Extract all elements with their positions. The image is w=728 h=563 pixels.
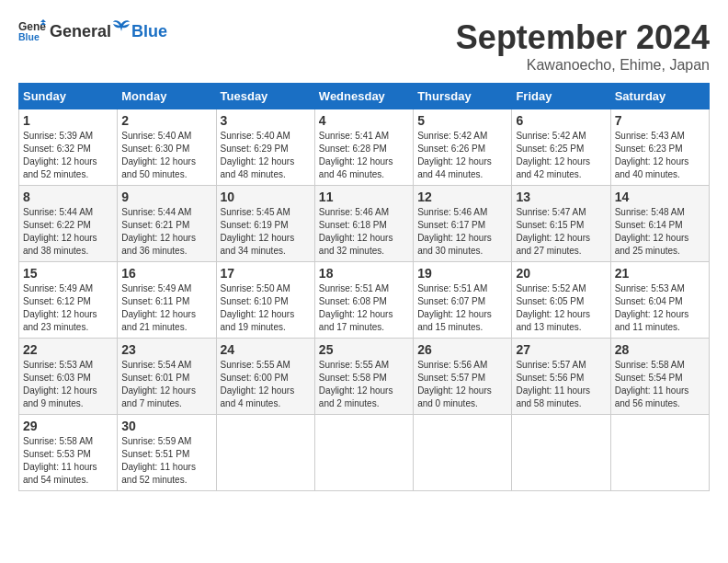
day-number: 11 xyxy=(319,190,409,204)
calendar-cell xyxy=(610,415,709,491)
calendar-table: SundayMondayTuesdayWednesdayThursdayFrid… xyxy=(18,83,710,491)
day-number: 14 xyxy=(615,190,705,204)
day-info: Sunrise: 5:57 AMSunset: 5:56 PMDaylight:… xyxy=(516,359,606,410)
month-title: September 2024 xyxy=(456,18,710,57)
day-header-friday: Friday xyxy=(512,84,610,109)
day-info: Sunrise: 5:41 AMSunset: 6:28 PMDaylight:… xyxy=(319,130,409,181)
calendar-cell: 24Sunrise: 5:55 AMSunset: 6:00 PMDayligh… xyxy=(216,339,314,415)
day-number: 19 xyxy=(417,266,507,281)
day-header-monday: Monday xyxy=(118,84,216,109)
day-info: Sunrise: 5:49 AMSunset: 6:11 PMDaylight:… xyxy=(121,282,211,334)
day-info: Sunrise: 5:53 AMSunset: 6:03 PMDaylight:… xyxy=(23,359,113,410)
day-number: 2 xyxy=(121,113,211,128)
calendar-cell: 7Sunrise: 5:43 AMSunset: 6:23 PMDaylight… xyxy=(610,109,709,186)
calendar-cell: 25Sunrise: 5:55 AMSunset: 5:58 PMDayligh… xyxy=(314,339,413,415)
day-number: 1 xyxy=(23,113,113,128)
day-number: 7 xyxy=(615,113,705,128)
day-info: Sunrise: 5:55 AMSunset: 5:58 PMDaylight:… xyxy=(319,359,409,410)
day-number: 21 xyxy=(615,266,705,281)
day-number: 9 xyxy=(121,190,211,204)
day-info: Sunrise: 5:51 AMSunset: 6:07 PMDaylight:… xyxy=(417,282,507,334)
day-info: Sunrise: 5:48 AMSunset: 6:14 PMDaylight:… xyxy=(615,206,705,258)
day-number: 25 xyxy=(319,342,409,357)
day-number: 5 xyxy=(417,113,507,128)
calendar-cell: 30Sunrise: 5:59 AMSunset: 5:51 PMDayligh… xyxy=(118,415,216,491)
day-info: Sunrise: 5:40 AMSunset: 6:29 PMDaylight:… xyxy=(221,130,311,181)
calendar-week-5: 29Sunrise: 5:58 AMSunset: 5:53 PMDayligh… xyxy=(19,415,710,491)
calendar-week-3: 15Sunrise: 5:49 AMSunset: 6:12 PMDayligh… xyxy=(19,262,710,339)
calendar-cell: 22Sunrise: 5:53 AMSunset: 6:03 PMDayligh… xyxy=(19,339,118,415)
day-number: 10 xyxy=(221,190,311,204)
day-info: Sunrise: 5:59 AMSunset: 5:51 PMDaylight:… xyxy=(121,435,211,487)
day-info: Sunrise: 5:46 AMSunset: 6:18 PMDaylight:… xyxy=(319,206,409,258)
calendar-cell: 5Sunrise: 5:42 AMSunset: 6:26 PMDaylight… xyxy=(414,109,512,186)
calendar-cell: 2Sunrise: 5:40 AMSunset: 6:30 PMDaylight… xyxy=(118,109,216,186)
day-number: 23 xyxy=(121,342,211,357)
day-info: Sunrise: 5:44 AMSunset: 6:22 PMDaylight:… xyxy=(23,206,113,258)
calendar-cell: 18Sunrise: 5:51 AMSunset: 6:08 PMDayligh… xyxy=(314,262,413,339)
day-info: Sunrise: 5:45 AMSunset: 6:19 PMDaylight:… xyxy=(221,206,311,258)
calendar-week-4: 22Sunrise: 5:53 AMSunset: 6:03 PMDayligh… xyxy=(19,339,710,415)
day-info: Sunrise: 5:56 AMSunset: 5:57 PMDaylight:… xyxy=(417,359,507,410)
calendar-cell: 23Sunrise: 5:54 AMSunset: 6:01 PMDayligh… xyxy=(118,339,216,415)
day-info: Sunrise: 5:44 AMSunset: 6:21 PMDaylight:… xyxy=(121,206,211,258)
location-title: Kawanoecho, Ehime, Japan xyxy=(456,57,710,74)
calendar-cell: 8Sunrise: 5:44 AMSunset: 6:22 PMDaylight… xyxy=(19,186,118,262)
calendar-cell: 11Sunrise: 5:46 AMSunset: 6:18 PMDayligh… xyxy=(314,186,413,262)
day-number: 13 xyxy=(516,190,606,204)
day-header-thursday: Thursday xyxy=(414,84,512,109)
day-info: Sunrise: 5:42 AMSunset: 6:25 PMDaylight:… xyxy=(516,130,606,181)
calendar-cell xyxy=(216,415,314,491)
calendar-week-2: 8Sunrise: 5:44 AMSunset: 6:22 PMDaylight… xyxy=(19,186,710,262)
calendar-cell: 27Sunrise: 5:57 AMSunset: 5:56 PMDayligh… xyxy=(512,339,610,415)
day-info: Sunrise: 5:58 AMSunset: 5:53 PMDaylight:… xyxy=(23,435,113,487)
calendar-cell: 28Sunrise: 5:58 AMSunset: 5:54 PMDayligh… xyxy=(610,339,709,415)
calendar-cell: 4Sunrise: 5:41 AMSunset: 6:28 PMDaylight… xyxy=(314,109,413,186)
day-info: Sunrise: 5:47 AMSunset: 6:15 PMDaylight:… xyxy=(516,206,606,258)
calendar-cell: 10Sunrise: 5:45 AMSunset: 6:19 PMDayligh… xyxy=(216,186,314,262)
day-number: 29 xyxy=(23,419,113,433)
day-info: Sunrise: 5:46 AMSunset: 6:17 PMDaylight:… xyxy=(417,206,507,258)
calendar-cell: 16Sunrise: 5:49 AMSunset: 6:11 PMDayligh… xyxy=(118,262,216,339)
logo-bird-icon xyxy=(112,18,131,37)
calendar-cell: 1Sunrise: 5:39 AMSunset: 6:32 PMDaylight… xyxy=(19,109,118,186)
day-info: Sunrise: 5:58 AMSunset: 5:54 PMDaylight:… xyxy=(615,359,705,410)
logo-general-text: General xyxy=(50,22,111,41)
svg-text:Blue: Blue xyxy=(18,30,40,41)
calendar-cell: 26Sunrise: 5:56 AMSunset: 5:57 PMDayligh… xyxy=(414,339,512,415)
day-number: 20 xyxy=(516,266,606,281)
calendar-cell: 20Sunrise: 5:52 AMSunset: 6:05 PMDayligh… xyxy=(512,262,610,339)
day-number: 24 xyxy=(221,342,311,357)
calendar-cell: 19Sunrise: 5:51 AMSunset: 6:07 PMDayligh… xyxy=(414,262,512,339)
title-area: September 2024 Kawanoecho, Ehime, Japan xyxy=(456,18,710,74)
header: General Blue General Blue September 2024… xyxy=(18,18,710,74)
calendar-cell: 9Sunrise: 5:44 AMSunset: 6:21 PMDaylight… xyxy=(118,186,216,262)
logo-blue-text: Blue xyxy=(131,22,167,41)
day-number: 30 xyxy=(121,419,211,433)
day-info: Sunrise: 5:39 AMSunset: 6:32 PMDaylight:… xyxy=(23,130,113,181)
day-number: 4 xyxy=(319,113,409,128)
calendar-cell: 12Sunrise: 5:46 AMSunset: 6:17 PMDayligh… xyxy=(414,186,512,262)
day-header-saturday: Saturday xyxy=(610,84,709,109)
day-number: 26 xyxy=(417,342,507,357)
calendar-cell xyxy=(512,415,610,491)
calendar-cell xyxy=(414,415,512,491)
day-number: 27 xyxy=(516,342,606,357)
calendar-cell: 13Sunrise: 5:47 AMSunset: 6:15 PMDayligh… xyxy=(512,186,610,262)
day-info: Sunrise: 5:52 AMSunset: 6:05 PMDaylight:… xyxy=(516,282,606,334)
logo-icon: General Blue xyxy=(18,19,46,41)
day-info: Sunrise: 5:40 AMSunset: 6:30 PMDaylight:… xyxy=(121,130,211,181)
calendar-week-1: 1Sunrise: 5:39 AMSunset: 6:32 PMDaylight… xyxy=(19,109,710,186)
day-number: 15 xyxy=(23,266,113,281)
day-number: 18 xyxy=(319,266,409,281)
day-header-sunday: Sunday xyxy=(19,84,118,109)
day-info: Sunrise: 5:49 AMSunset: 6:12 PMDaylight:… xyxy=(23,282,113,334)
calendar-cell: 14Sunrise: 5:48 AMSunset: 6:14 PMDayligh… xyxy=(610,186,709,262)
day-info: Sunrise: 5:50 AMSunset: 6:10 PMDaylight:… xyxy=(221,282,311,334)
day-info: Sunrise: 5:42 AMSunset: 6:26 PMDaylight:… xyxy=(417,130,507,181)
day-info: Sunrise: 5:43 AMSunset: 6:23 PMDaylight:… xyxy=(615,130,705,181)
calendar-cell: 17Sunrise: 5:50 AMSunset: 6:10 PMDayligh… xyxy=(216,262,314,339)
day-info: Sunrise: 5:55 AMSunset: 6:00 PMDaylight:… xyxy=(221,359,311,410)
header-row: SundayMondayTuesdayWednesdayThursdayFrid… xyxy=(19,84,710,109)
day-info: Sunrise: 5:51 AMSunset: 6:08 PMDaylight:… xyxy=(319,282,409,334)
